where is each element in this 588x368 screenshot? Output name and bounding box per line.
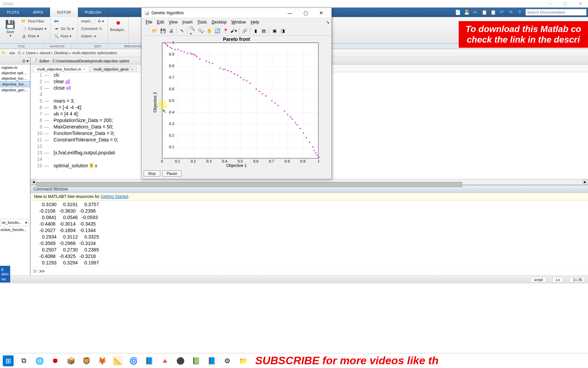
figure-menu-more-icon[interactable]: ↘ [326,20,329,25]
breadcrumb-item[interactable]: C: [18,51,22,55]
record-icon[interactable]: ⏺ [50,355,61,366]
figure-menu-edit[interactable]: Edit [155,19,166,25]
matlab-icon[interactable]: 📐 [112,355,123,366]
find-button[interactable]: 🔍Find ▾ [52,33,75,40]
addr-arrows[interactable]: ◀ ▶ [9,51,15,55]
open-icon[interactable]: 📂 [151,27,159,35]
zoom-out-icon[interactable]: 🔍- [197,27,205,35]
main-tab-plots[interactable]: PLOTS [0,7,26,17]
brave-icon[interactable]: 🦁 [81,355,92,366]
scroll-left-icon[interactable]: ◀ [31,179,36,185]
workspace-item[interactable]: ective_functio... [1,228,27,232]
app-icon-2[interactable]: 🌀 [128,355,139,366]
figure-menu-tools[interactable]: Tools [195,19,209,25]
zoom-in-icon[interactable]: 🔍+ [189,27,197,35]
app-icon-3[interactable]: 📘 [144,355,154,366]
close-tab-icon[interactable]: × [83,67,85,71]
folder-up-icon[interactable]: 📁 [1,51,6,55]
editor-tab[interactable]: multi_objective_function.m× [33,66,89,72]
app-icon-5[interactable]: ⚙ [222,355,233,366]
window-close[interactable]: ✕ [573,0,588,7]
firefox-icon[interactable]: 🦊 [97,355,108,366]
datatip-icon[interactable]: 📍 [222,27,229,35]
goto-button[interactable]: ➡Go To ▾ [52,25,75,32]
new-figure-icon[interactable]: 📄 [143,27,150,35]
command-output[interactable]: 0.3190 0.3191 0.3757 -0.2106 -0.3630 -0.… [31,201,588,267]
window-maximize[interactable]: ▢ [557,0,573,7]
start-button[interactable]: ⊞ [3,355,14,366]
figure-menu-file[interactable]: File [144,19,154,25]
print-icon[interactable]: 🖨 [167,27,175,35]
horizontal-scrollbar[interactable]: ◀ ▶ [31,179,588,185]
figure-menu-window[interactable]: Window [229,19,248,25]
insert-button[interactable]: Insert 📄 fx ▾ [80,18,105,25]
find-files-button[interactable]: 📂Find Files [20,18,48,25]
pointer-icon[interactable]: ↖ [178,27,186,35]
app-icon-4[interactable]: 🔺 [159,355,170,366]
folder-menu-icon[interactable]: ⊙ ▾ [22,59,29,63]
nav-back-button[interactable]: ⬅ [52,18,75,25]
save-button[interactable]: 💾 Save ▾ [2,18,18,40]
figure-menu-help[interactable]: Help [249,19,261,25]
figure-window[interactable]: 📊 Genetic Algorithm — ▢ ✕ FileEditViewIn… [141,7,332,179]
rotate-icon[interactable]: 🔄 [214,27,221,35]
colorbar-icon[interactable]: ▮ [252,27,259,35]
indent-button[interactable]: Indent ⇥ [80,33,105,40]
undock-icon[interactable]: ◨ [279,27,287,35]
main-tab-editor[interactable]: EDITOR [50,7,78,17]
breadcrumb-item[interactable]: multi-objective optimization [72,51,117,55]
brush-icon[interactable]: 🖌▾ [230,27,238,35]
figure-maximize[interactable]: ▢ [298,8,313,18]
breadcrumb-item[interactable]: daosd [40,51,50,55]
figure-menu-desktop[interactable]: Desktop [210,19,229,25]
qat-paste-icon[interactable]: 📋 [489,9,497,16]
link-icon[interactable]: 🔗 [241,27,248,35]
figure-menu-view[interactable]: View [167,19,180,25]
breadcrumb-item[interactable]: Users [26,51,36,55]
legend-icon[interactable]: ▤ [260,27,267,35]
folder-item[interactable]: rogram.m [0,65,30,70]
main-tab-apps[interactable]: APPS [26,7,50,17]
pause-button[interactable]: Pause [162,170,182,177]
save-icon[interactable]: 💾 [159,27,167,35]
figure-close[interactable]: ✕ [314,8,329,18]
qat-copy-icon[interactable]: 📋 [480,9,489,16]
qat-save-icon[interactable]: 💾 [462,9,471,16]
word-icon[interactable]: 📘 [206,355,217,366]
search-documentation-input[interactable] [525,9,587,16]
command-prompt[interactable]: fx >> [31,267,588,275]
editor-tab[interactable]: multi_objective_gene× [90,66,137,72]
obs-icon[interactable]: ⚫ [175,355,186,366]
compare-button[interactable]: 📑Compare ▾ [20,25,48,32]
comment-button[interactable]: Comment % [80,25,105,32]
qat-cut-icon[interactable]: ✂ [471,9,480,16]
qat-help-icon[interactable]: ? [515,9,524,16]
folder-item[interactable]: objective optimi... [0,70,30,76]
chrome-icon[interactable]: 🌐 [34,355,45,366]
figure-menu-insert[interactable]: Insert [180,19,195,25]
stop-button[interactable]: Stop [144,170,160,177]
breadcrumb-item[interactable]: Desktop [54,51,68,55]
excel-icon[interactable]: 📗 [191,355,201,366]
scroll-right-icon[interactable]: ▶ [582,179,588,185]
qat-new-icon[interactable]: 📄 [453,9,462,16]
qat-undo-icon[interactable]: ↶ [497,9,506,16]
breakpoints-button[interactable]: ● Breakpoi... [110,18,126,32]
main-tab-publish[interactable]: PUBLISH [78,7,108,17]
task-view-icon[interactable]: ⧉ [18,355,29,366]
folder-item[interactable]: objective_geneti... [0,87,30,93]
pan-icon[interactable]: ✋ [206,27,213,35]
getting-started-link[interactable]: Getting Started [101,194,128,199]
qat-redo-icon[interactable]: ↷ [506,9,515,16]
figure-minimize[interactable]: — [282,8,297,18]
explorer-icon[interactable]: 📁 [238,355,248,366]
workspace-dropdown[interactable]: ve_functio...▾ [0,219,29,226]
dock-icon[interactable]: ▣ [271,27,278,35]
close-tab-icon[interactable]: × [131,67,133,71]
print-button[interactable]: 🖨Print ▾ [20,33,48,40]
folder-item[interactable]: objective_functi... [0,76,30,81]
collapsed-sidebar[interactable]: g ation ms [0,266,10,282]
window-minimize[interactable]: — [542,0,557,7]
folder-item[interactable]: objective_functi... [0,81,30,87]
app-icon-1[interactable]: 📦 [65,355,76,366]
